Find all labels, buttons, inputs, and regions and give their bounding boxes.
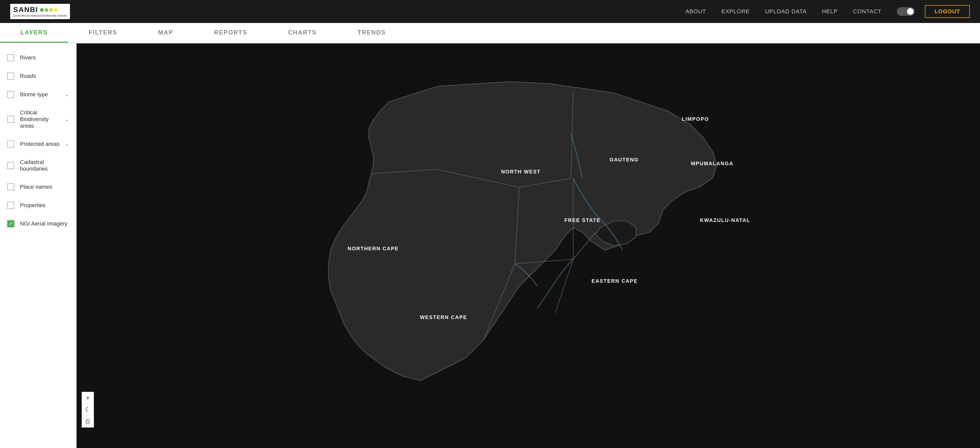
tab-reports[interactable]: REPORTS: [194, 23, 268, 43]
top-navigation: SANBI South African National Biodiversit…: [0, 0, 980, 23]
tab-charts[interactable]: CHARTS: [268, 23, 337, 43]
checkbox-biome-type[interactable]: [7, 91, 14, 98]
tabs-bar: LAYERS FILTERS MAP REPORTS CHARTS TRENDS: [0, 23, 980, 43]
nav-links: ABOUT EXPLORE UPLOAD DATA HELP CONTACT: [686, 8, 881, 15]
nav-upload-data[interactable]: UPLOAD DATA: [765, 8, 807, 15]
checkbox-protected-areas[interactable]: [7, 140, 14, 148]
dot-green: [40, 8, 44, 12]
layer-label-biome-type: Biome type: [20, 91, 62, 98]
layer-label-rivers: Rivers: [20, 54, 69, 61]
layer-critical-biodiversity[interactable]: Critical Biodiversity areas ⌄: [0, 104, 76, 135]
layer-label-ngi-aerial: NGI Aerial Imagery: [20, 220, 69, 227]
dot-yellow-green: [49, 8, 53, 12]
logo-area: SANBI South African National Biodiversit…: [10, 4, 70, 19]
logo: SANBI South African National Biodiversit…: [10, 4, 70, 19]
chevron-critical-biodiversity: ⌄: [65, 116, 69, 123]
tab-layers[interactable]: LAYERS: [0, 23, 68, 43]
layers-panel: Rivers Roads Biome type ⌄ Critical Biodi…: [0, 43, 76, 448]
checkbox-critical-biodiversity[interactable]: [7, 116, 14, 123]
toggle-knob: [907, 8, 914, 15]
chevron-protected-areas: ⌄: [65, 141, 69, 147]
dot-lime: [45, 8, 48, 12]
layer-label-place-names: Place names: [20, 183, 69, 190]
logo-subtitle: South African National Biodiversity Inst…: [13, 14, 67, 17]
tab-filters[interactable]: FILTERS: [68, 23, 138, 43]
checkbox-ngi-aerial[interactable]: [7, 220, 14, 227]
theme-toggle[interactable]: [897, 7, 915, 16]
checkbox-cadastral-boundaries[interactable]: [7, 162, 14, 169]
tab-trends[interactable]: TRENDS: [337, 23, 406, 43]
map-area[interactable]: LIMPOPO NORTH WEST GAUTENG MPUMALANGA FR…: [76, 43, 980, 448]
layer-label-critical-biodiversity: Critical Biodiversity areas: [20, 109, 62, 129]
print-button[interactable]: ⎙: [82, 416, 94, 427]
layer-label-protected-areas: Protected areas: [20, 141, 62, 147]
nav-help[interactable]: HELP: [822, 8, 838, 15]
logo-dots: [40, 8, 57, 12]
map-controls: + ☾ ⎙: [82, 392, 94, 427]
checkbox-place-names[interactable]: [7, 183, 14, 191]
logo-text: SANBI: [13, 6, 38, 14]
layer-ngi-aerial[interactable]: NGI Aerial Imagery: [0, 215, 76, 233]
nav-about[interactable]: ABOUT: [686, 8, 706, 15]
checkbox-properties[interactable]: [7, 202, 14, 209]
layer-protected-areas[interactable]: Protected areas ⌄: [0, 135, 76, 153]
dot-yellow: [54, 8, 57, 12]
chevron-biome-type: ⌄: [65, 91, 69, 98]
nav-contact[interactable]: CONTACT: [853, 8, 881, 15]
checkbox-roads[interactable]: [7, 73, 14, 80]
layer-label-cadastral-boundaries: Cadastral boundaries: [20, 159, 69, 172]
layer-biome-type[interactable]: Biome type ⌄: [0, 85, 76, 104]
layer-properties[interactable]: Properties: [0, 196, 76, 215]
checkbox-rivers[interactable]: [7, 54, 14, 61]
logout-button[interactable]: LOGOUT: [925, 5, 970, 18]
toggle-area: [897, 7, 915, 16]
zoom-in-button[interactable]: +: [82, 392, 94, 404]
layer-roads[interactable]: Roads: [0, 67, 76, 85]
layer-cadastral-boundaries[interactable]: Cadastral boundaries: [0, 153, 76, 178]
layer-label-roads: Roads: [20, 73, 69, 80]
night-mode-button[interactable]: ☾: [82, 404, 94, 416]
layer-place-names[interactable]: Place names: [0, 178, 76, 196]
layer-rivers[interactable]: Rivers: [0, 48, 76, 67]
main-content: Rivers Roads Biome type ⌄ Critical Biodi…: [0, 43, 980, 448]
layer-label-properties: Properties: [20, 202, 69, 209]
tab-map[interactable]: MAP: [138, 23, 193, 43]
nav-explore[interactable]: EXPLORE: [721, 8, 750, 15]
sa-map-svg: [76, 43, 980, 448]
